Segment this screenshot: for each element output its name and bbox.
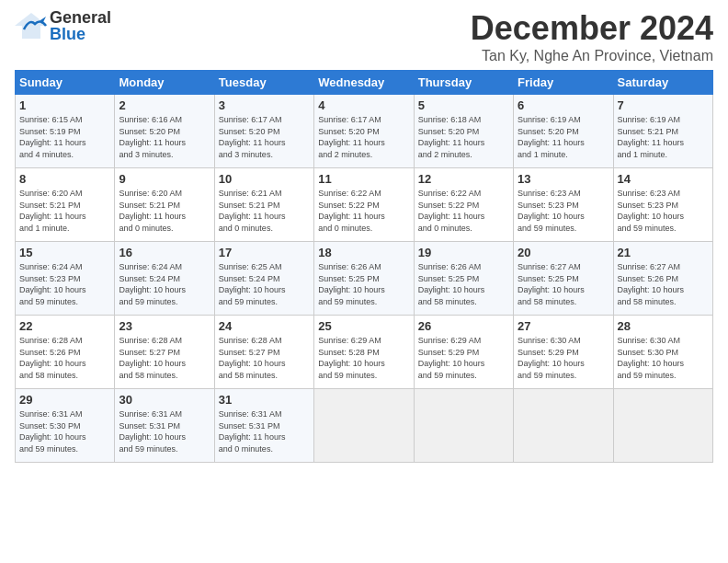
weekday-header-monday: Monday xyxy=(115,71,214,95)
day-number: 23 xyxy=(119,319,210,333)
calendar-week-3: 15Sunrise: 6:24 AMSunset: 5:23 PMDayligh… xyxy=(16,242,713,316)
day-info: Sunrise: 6:20 AMSunset: 5:21 PMDaylight:… xyxy=(119,188,210,234)
day-info: Sunrise: 6:28 AMSunset: 5:26 PMDaylight:… xyxy=(19,335,110,381)
day-info: Sunrise: 6:15 AMSunset: 5:19 PMDaylight:… xyxy=(19,114,110,160)
day-number: 22 xyxy=(19,319,110,333)
calendar-cell: 11Sunrise: 6:22 AMSunset: 5:22 PMDayligh… xyxy=(314,168,414,242)
day-number: 31 xyxy=(219,393,310,407)
day-number: 9 xyxy=(119,172,210,186)
weekday-header-wednesday: Wednesday xyxy=(314,71,414,95)
day-info: Sunrise: 6:24 AMSunset: 5:24 PMDaylight:… xyxy=(119,261,210,307)
day-info: Sunrise: 6:16 AMSunset: 5:20 PMDaylight:… xyxy=(119,114,210,160)
calendar-cell xyxy=(514,389,613,463)
calendar-week-5: 29Sunrise: 6:31 AMSunset: 5:30 PMDayligh… xyxy=(16,389,713,463)
day-number: 10 xyxy=(219,172,310,186)
day-info: Sunrise: 6:29 AMSunset: 5:29 PMDaylight:… xyxy=(418,335,509,381)
day-info: Sunrise: 6:27 AMSunset: 5:25 PMDaylight:… xyxy=(518,261,609,307)
calendar-cell: 17Sunrise: 6:25 AMSunset: 5:24 PMDayligh… xyxy=(214,242,313,316)
day-info: Sunrise: 6:19 AMSunset: 5:20 PMDaylight:… xyxy=(518,114,609,160)
calendar-cell xyxy=(414,389,513,463)
day-info: Sunrise: 6:27 AMSunset: 5:26 PMDaylight:… xyxy=(618,261,709,307)
calendar-cell: 25Sunrise: 6:29 AMSunset: 5:28 PMDayligh… xyxy=(314,316,414,389)
main-title: December 2024 xyxy=(471,9,713,48)
day-info: Sunrise: 6:17 AMSunset: 5:20 PMDaylight:… xyxy=(219,114,310,160)
day-number: 29 xyxy=(19,393,110,407)
calendar-cell: 27Sunrise: 6:30 AMSunset: 5:29 PMDayligh… xyxy=(514,316,613,389)
day-number: 3 xyxy=(219,98,310,112)
calendar-cell: 22Sunrise: 6:28 AMSunset: 5:26 PMDayligh… xyxy=(16,316,115,389)
day-number: 25 xyxy=(318,319,409,333)
calendar-cell xyxy=(613,389,712,463)
calendar-cell: 8Sunrise: 6:20 AMSunset: 5:21 PMDaylight… xyxy=(16,168,115,242)
day-number: 7 xyxy=(618,98,709,112)
day-info: Sunrise: 6:25 AMSunset: 5:24 PMDaylight:… xyxy=(219,261,310,307)
calendar-cell: 30Sunrise: 6:31 AMSunset: 5:31 PMDayligh… xyxy=(115,389,214,463)
calendar-cell: 13Sunrise: 6:23 AMSunset: 5:23 PMDayligh… xyxy=(514,168,613,242)
day-number: 4 xyxy=(318,98,409,112)
calendar-cell: 10Sunrise: 6:21 AMSunset: 5:21 PMDayligh… xyxy=(214,168,313,242)
calendar-cell: 28Sunrise: 6:30 AMSunset: 5:30 PMDayligh… xyxy=(613,316,712,389)
day-number: 5 xyxy=(418,98,509,112)
calendar-week-1: 1Sunrise: 6:15 AMSunset: 5:19 PMDaylight… xyxy=(16,95,713,168)
day-number: 18 xyxy=(318,246,409,259)
calendar-cell: 9Sunrise: 6:20 AMSunset: 5:21 PMDaylight… xyxy=(115,168,214,242)
day-number: 2 xyxy=(119,98,210,112)
day-info: Sunrise: 6:19 AMSunset: 5:21 PMDaylight:… xyxy=(618,114,709,160)
calendar-cell: 5Sunrise: 6:18 AMSunset: 5:20 PMDaylight… xyxy=(414,95,513,168)
day-info: Sunrise: 6:28 AMSunset: 5:27 PMDaylight:… xyxy=(219,335,310,381)
calendar-week-4: 22Sunrise: 6:28 AMSunset: 5:26 PMDayligh… xyxy=(16,316,713,389)
logo-icon xyxy=(15,9,48,42)
logo-general-text: General xyxy=(50,9,111,26)
day-info: Sunrise: 6:31 AMSunset: 5:31 PMDaylight:… xyxy=(119,408,210,454)
day-info: Sunrise: 6:17 AMSunset: 5:20 PMDaylight:… xyxy=(318,114,409,160)
day-info: Sunrise: 6:18 AMSunset: 5:20 PMDaylight:… xyxy=(418,114,509,160)
day-number: 26 xyxy=(418,319,509,333)
day-info: Sunrise: 6:28 AMSunset: 5:27 PMDaylight:… xyxy=(119,335,210,381)
day-info: Sunrise: 6:29 AMSunset: 5:28 PMDaylight:… xyxy=(318,335,409,381)
logo: General Blue xyxy=(15,9,111,42)
weekday-header-tuesday: Tuesday xyxy=(214,71,313,95)
calendar-cell: 15Sunrise: 6:24 AMSunset: 5:23 PMDayligh… xyxy=(16,242,115,316)
day-info: Sunrise: 6:21 AMSunset: 5:21 PMDaylight:… xyxy=(219,188,310,234)
day-number: 12 xyxy=(418,172,509,186)
calendar-cell: 6Sunrise: 6:19 AMSunset: 5:20 PMDaylight… xyxy=(514,95,613,168)
day-info: Sunrise: 6:30 AMSunset: 5:30 PMDaylight:… xyxy=(618,335,709,381)
calendar-cell: 3Sunrise: 6:17 AMSunset: 5:20 PMDaylight… xyxy=(214,95,313,168)
svg-marker-0 xyxy=(15,13,48,39)
day-info: Sunrise: 6:22 AMSunset: 5:22 PMDaylight:… xyxy=(318,188,409,234)
calendar-cell: 31Sunrise: 6:31 AMSunset: 5:31 PMDayligh… xyxy=(214,389,313,463)
day-number: 19 xyxy=(418,246,509,259)
day-number: 27 xyxy=(518,319,609,333)
calendar-cell: 16Sunrise: 6:24 AMSunset: 5:24 PMDayligh… xyxy=(115,242,214,316)
day-info: Sunrise: 6:20 AMSunset: 5:21 PMDaylight:… xyxy=(19,188,110,234)
day-number: 13 xyxy=(518,172,609,186)
day-info: Sunrise: 6:23 AMSunset: 5:23 PMDaylight:… xyxy=(618,188,709,234)
logo-name: General Blue xyxy=(50,9,111,42)
day-number: 17 xyxy=(219,246,310,259)
day-number: 21 xyxy=(618,246,709,259)
calendar-cell: 29Sunrise: 6:31 AMSunset: 5:30 PMDayligh… xyxy=(16,389,115,463)
calendar-cell: 23Sunrise: 6:28 AMSunset: 5:27 PMDayligh… xyxy=(115,316,214,389)
calendar-cell: 4Sunrise: 6:17 AMSunset: 5:20 PMDaylight… xyxy=(314,95,414,168)
calendar-cell: 1Sunrise: 6:15 AMSunset: 5:19 PMDaylight… xyxy=(16,95,115,168)
day-info: Sunrise: 6:23 AMSunset: 5:23 PMDaylight:… xyxy=(518,188,609,234)
weekday-header-sunday: Sunday xyxy=(16,71,115,95)
calendar-week-2: 8Sunrise: 6:20 AMSunset: 5:21 PMDaylight… xyxy=(16,168,713,242)
calendar-cell: 21Sunrise: 6:27 AMSunset: 5:26 PMDayligh… xyxy=(613,242,712,316)
day-number: 28 xyxy=(618,319,709,333)
title-block: December 2024 Tan Ky, Nghe An Province, … xyxy=(471,9,713,64)
day-info: Sunrise: 6:24 AMSunset: 5:23 PMDaylight:… xyxy=(19,261,110,307)
calendar-cell: 26Sunrise: 6:29 AMSunset: 5:29 PMDayligh… xyxy=(414,316,513,389)
logo-blue-text: Blue xyxy=(50,26,111,42)
day-info: Sunrise: 6:31 AMSunset: 5:31 PMDaylight:… xyxy=(219,408,310,454)
day-number: 16 xyxy=(119,246,210,259)
weekday-header-saturday: Saturday xyxy=(613,71,712,95)
day-number: 30 xyxy=(119,393,210,407)
weekday-header-thursday: Thursday xyxy=(414,71,513,95)
day-info: Sunrise: 6:26 AMSunset: 5:25 PMDaylight:… xyxy=(418,261,509,307)
calendar-cell: 12Sunrise: 6:22 AMSunset: 5:22 PMDayligh… xyxy=(414,168,513,242)
calendar-cell: 18Sunrise: 6:26 AMSunset: 5:25 PMDayligh… xyxy=(314,242,414,316)
day-number: 1 xyxy=(19,98,110,112)
day-number: 20 xyxy=(518,246,609,259)
calendar-cell xyxy=(314,389,414,463)
